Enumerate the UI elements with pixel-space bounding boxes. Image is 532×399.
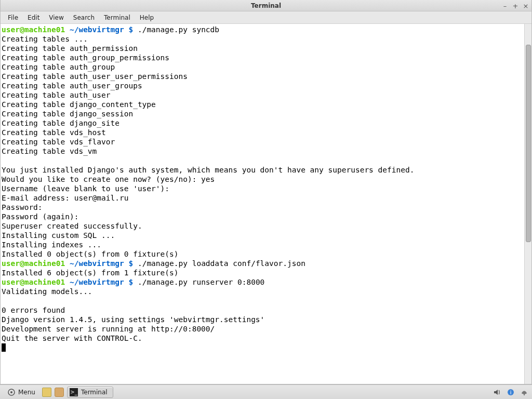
prompt-path: ~/webvirtmgr bbox=[70, 278, 129, 286]
terminal-window: Terminal – + × File Edit View Search Ter… bbox=[0, 0, 532, 384]
minimize-icon: – bbox=[503, 2, 507, 10]
terminal-line: Creating tables ... bbox=[2, 34, 523, 44]
taskbar-terminal-label: Terminal bbox=[81, 389, 108, 396]
terminal-line: Development server is running at http://… bbox=[2, 324, 523, 334]
cursor bbox=[2, 343, 6, 352]
command-text: ./manage.py runserver 0:8000 bbox=[138, 278, 264, 286]
terminal-line: Creating table vds_flavor bbox=[2, 137, 523, 147]
command-text: ./manage.py syncdb bbox=[138, 25, 219, 34]
close-icon: × bbox=[523, 2, 529, 10]
menu-file[interactable]: File bbox=[4, 13, 22, 22]
panel-right: i bbox=[493, 388, 529, 397]
start-menu-button[interactable]: Menu bbox=[3, 386, 39, 398]
scrollbar-thumb[interactable] bbox=[526, 45, 531, 242]
terminal-line bbox=[2, 156, 523, 165]
terminal-line: Installing custom SQL ... bbox=[2, 231, 523, 240]
applet-icon[interactable] bbox=[520, 388, 529, 397]
desktop-panel: Menu >_ Terminal i bbox=[0, 384, 532, 399]
menubar: File Edit View Search Terminal Help bbox=[1, 11, 531, 24]
terminal-line: Creating table django_session bbox=[2, 109, 523, 118]
terminal-line: Creating table auth_user bbox=[2, 90, 523, 100]
start-menu-label: Menu bbox=[18, 389, 35, 396]
terminal-line: Installing indexes ... bbox=[2, 240, 523, 249]
menu-terminal[interactable]: Terminal bbox=[100, 13, 135, 22]
prompt-symbol: $ bbox=[128, 25, 137, 34]
terminal-line: Django version 1.4.5, using settings 'we… bbox=[2, 315, 523, 324]
menu-edit[interactable]: Edit bbox=[23, 13, 44, 22]
terminal-line: Quit the server with CONTROL-C. bbox=[2, 334, 523, 343]
terminal-line: Creating table vds_vm bbox=[2, 147, 523, 156]
titlebar[interactable]: Terminal – + × bbox=[1, 0, 531, 11]
terminal-area-wrapper: user@machine01 ~/webvirtmgr $ ./manage.p… bbox=[1, 24, 531, 384]
terminal-line: Creating table auth_group bbox=[2, 62, 523, 72]
menu-view[interactable]: View bbox=[45, 13, 68, 22]
svg-point-1 bbox=[10, 391, 12, 393]
terminal-line: You just installed Django's auth system,… bbox=[2, 165, 523, 175]
menu-help[interactable]: Help bbox=[136, 13, 158, 22]
prompt-path: ~/webvirtmgr bbox=[70, 259, 129, 268]
terminal-line: Creating table auth_user_user_permission… bbox=[2, 72, 523, 81]
launcher-icon[interactable] bbox=[55, 388, 64, 397]
menu-search[interactable]: Search bbox=[69, 13, 99, 22]
info-icon[interactable]: i bbox=[506, 388, 515, 397]
maximize-button[interactable]: + bbox=[512, 2, 519, 9]
terminal-line: Creating table vds_host bbox=[2, 128, 523, 137]
prompt-user-host: user@machine01 bbox=[2, 25, 70, 34]
terminal-line: 0 errors found bbox=[2, 305, 523, 315]
panel-left: Menu >_ Terminal bbox=[3, 386, 113, 398]
maximize-icon: + bbox=[513, 2, 518, 10]
svg-rect-4 bbox=[524, 393, 525, 395]
terminal-output[interactable]: user@machine01 ~/webvirtmgr $ ./manage.p… bbox=[1, 24, 524, 384]
terminal-line: Installed 6 object(s) from 1 fixture(s) bbox=[2, 268, 523, 277]
show-desktop-icon[interactable] bbox=[42, 388, 51, 397]
terminal-line: Creating table django_content_type bbox=[2, 100, 523, 109]
start-menu-icon bbox=[7, 388, 16, 397]
terminal-line: Password: bbox=[2, 203, 523, 212]
terminal-line: Would you like to create one now? (yes/n… bbox=[2, 175, 523, 184]
window-controls: – + × bbox=[501, 0, 529, 11]
window-title: Terminal bbox=[251, 2, 281, 9]
terminal-line bbox=[2, 296, 523, 305]
taskbar-terminal-button[interactable]: >_ Terminal bbox=[67, 387, 113, 398]
volume-icon[interactable] bbox=[493, 388, 502, 397]
terminal-line: E-mail address: user@mail.ru bbox=[2, 193, 523, 203]
prompt-path: ~/webvirtmgr bbox=[70, 25, 129, 34]
prompt-user-host: user@machine01 bbox=[2, 278, 70, 286]
svg-text:i: i bbox=[510, 390, 511, 395]
terminal-line: Password (again): bbox=[2, 212, 523, 221]
terminal-line: Validating models... bbox=[2, 287, 523, 296]
terminal-line: Creating table auth_group_permissions bbox=[2, 53, 523, 62]
command-text: ./manage.py loaddata conf/flavor.json bbox=[138, 259, 305, 268]
minimize-button[interactable]: – bbox=[501, 2, 509, 9]
terminal-line: Creating table auth_user_groups bbox=[2, 81, 523, 90]
terminal-line: Installed 0 object(s) from 0 fixture(s) bbox=[2, 249, 523, 259]
prompt-user-host: user@machine01 bbox=[2, 259, 70, 268]
close-button[interactable]: × bbox=[522, 2, 529, 9]
terminal-line: Superuser created successfully. bbox=[2, 221, 523, 231]
terminal-line: Creating table django_site bbox=[2, 118, 523, 128]
terminal-line: Username (leave blank to use 'user'): bbox=[2, 184, 523, 193]
scrollbar-vertical[interactable] bbox=[524, 24, 531, 384]
terminal-line: Creating table auth_permission bbox=[2, 44, 523, 53]
prompt-symbol: $ bbox=[128, 259, 137, 268]
terminal-icon: >_ bbox=[70, 388, 78, 396]
prompt-symbol: $ bbox=[128, 278, 137, 286]
